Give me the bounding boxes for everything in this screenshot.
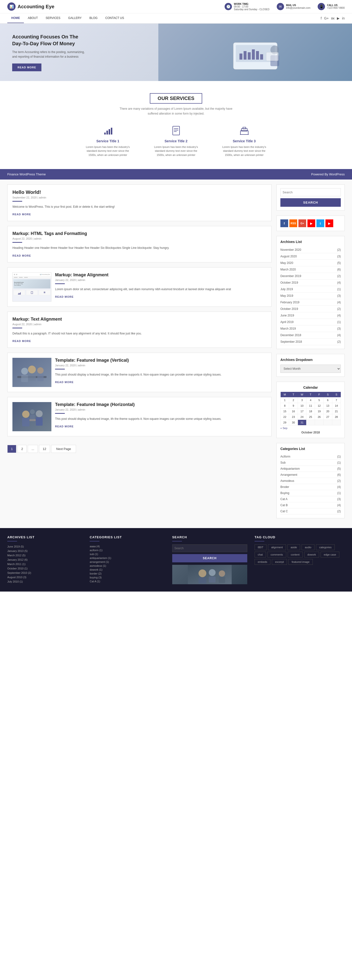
archive-list-item[interactable]: October 2019(2) (280, 306, 341, 312)
nav-blog[interactable]: BLOG (85, 13, 101, 23)
calendar-day[interactable]: 23 (289, 414, 298, 420)
calendar-day[interactable]: 21 (332, 409, 341, 414)
calendar-day[interactable]: 4 (306, 398, 315, 403)
calendar-day[interactable]: 8 (281, 403, 289, 409)
tag-item[interactable]: alignment (268, 544, 286, 550)
category-list-item[interactable]: Arrangement(6) (280, 472, 341, 478)
footer-search-input[interactable] (172, 544, 247, 552)
category-list-item[interactable]: Aciform(1) (280, 453, 341, 460)
page-12-button[interactable]: 12 (39, 445, 50, 453)
tag-item[interactable]: 8BIT (254, 544, 267, 550)
calendar-day[interactable]: 31 (298, 420, 306, 425)
social-googleplus-icon[interactable]: G+ (298, 220, 306, 227)
archive-list-item[interactable]: December 2018(4) (280, 332, 341, 339)
archive-list-item[interactable]: May 2020(5) (280, 260, 341, 266)
footer-archive-item[interactable]: August 2010 (3) (7, 575, 82, 579)
footer-category-item[interactable]: aciform (1) (90, 548, 165, 552)
archive-list-item[interactable]: October 2019(4) (280, 280, 341, 286)
tag-item[interactable]: chat (254, 552, 266, 557)
logo[interactable]: 📊 Accounting Eye (7, 2, 54, 11)
archive-list-item[interactable]: December 2019(2) (280, 273, 341, 280)
nav-youtube[interactable]: ▶ (337, 16, 339, 20)
footer-category-item[interactable]: buying (3) (90, 576, 165, 579)
page-2-button[interactable]: 2 (18, 445, 27, 453)
calendar-day[interactable]: 22 (281, 414, 289, 420)
calendar-day[interactable]: 27 (323, 414, 332, 420)
archive-list-item[interactable]: November 2020(2) (280, 247, 341, 253)
post-3-read-more[interactable]: READ MORE (55, 295, 74, 298)
footer-archive-item[interactable]: March 2011 (1) (7, 562, 82, 566)
calendar-day[interactable]: 28 (332, 414, 341, 420)
post-1-read-more[interactable]: READ MORE (13, 213, 31, 216)
tag-item[interactable]: dowork (304, 552, 319, 557)
social-youtube2-icon[interactable]: ▶ (325, 220, 333, 227)
archives-dropdown-select[interactable]: Select Month (280, 364, 341, 373)
archive-list-item[interactable]: April 2019(1) (280, 319, 341, 325)
category-list-item[interactable]: Cat C(2) (280, 508, 341, 514)
tag-item[interactable]: featured image (288, 559, 312, 565)
tag-item[interactable]: audio (302, 544, 315, 550)
nav-vk[interactable]: вк (331, 16, 335, 20)
archive-list-item[interactable]: July 2019(1) (280, 286, 341, 293)
category-list-item[interactable]: Antiquarianism(5) (280, 466, 341, 472)
calendar-day[interactable]: 30 (289, 420, 298, 425)
footer-category-item[interactable]: border (2) (90, 572, 165, 576)
sidebar-search-input[interactable] (280, 188, 341, 196)
footer-archive-item[interactable]: October 2010 (1) (7, 566, 82, 571)
calendar-day[interactable]: 19 (315, 409, 323, 414)
archive-list-item[interactable]: June 2019(4) (280, 312, 341, 319)
nav-services[interactable]: SERVICES (42, 13, 64, 23)
category-list-item[interactable]: Sub(1) (280, 460, 341, 466)
calendar-day[interactable]: 18 (306, 409, 315, 414)
footer-category-item[interactable]: antiquarianism (1) (90, 556, 165, 560)
category-list-item[interactable]: Broder(4) (280, 484, 341, 490)
calendar-day[interactable]: 12 (315, 403, 323, 409)
footer-archive-item[interactable]: March 2012 (5) (7, 553, 82, 557)
calendar-day[interactable]: 29 (281, 420, 289, 425)
calendar-day[interactable]: 5 (315, 398, 323, 403)
footer-search-button[interactable]: SEARCH (172, 554, 247, 562)
footer-category-item[interactable]: asmodeus (1) (90, 564, 165, 568)
footer-category-item[interactable]: arrangement (1) (90, 560, 165, 564)
next-page-button[interactable]: Next Page (51, 445, 76, 453)
footer-archive-item[interactable]: June 2019 (5) (7, 544, 82, 549)
calendar-day[interactable]: 25 (306, 414, 315, 420)
post-5-read-more[interactable]: READ MORE (55, 381, 74, 383)
social-facebook-icon[interactable]: f (280, 220, 288, 227)
calendar-day[interactable]: 17 (298, 409, 306, 414)
calendar-day[interactable]: 9 (289, 403, 298, 409)
page-1-button[interactable]: 1 (7, 445, 16, 453)
post-4-read-more[interactable]: READ MORE (13, 340, 31, 342)
archive-list-item[interactable]: February 2019(4) (280, 299, 341, 306)
calendar-prev-link[interactable]: « Sep (280, 426, 288, 430)
footer-archive-item[interactable]: January 2013 (5) (7, 549, 82, 553)
calendar-day[interactable]: 3 (298, 398, 306, 403)
footer-category-item[interactable]: Cat A (1) (90, 579, 165, 583)
calendar-day[interactable]: 1 (281, 398, 289, 403)
nav-home[interactable]: HOME (7, 13, 24, 23)
post-6-read-more[interactable]: READ MORE (55, 425, 74, 428)
category-list-item[interactable]: Cat B(4) (280, 502, 341, 508)
calendar-day[interactable]: 15 (281, 409, 289, 414)
calendar-day[interactable]: 6 (323, 398, 332, 403)
archive-list-item[interactable]: May 2019(3) (280, 293, 341, 299)
nav-about[interactable]: ABOUT (24, 13, 42, 23)
archive-list-item[interactable]: September 2018(2) (280, 339, 341, 345)
tag-item[interactable]: content (288, 552, 303, 557)
footer-archive-item[interactable]: January 2012 (6) (7, 557, 82, 562)
social-rss-icon[interactable]: RSS (290, 220, 297, 227)
archive-list-item[interactable]: August 2020(3) (280, 253, 341, 260)
tag-item[interactable]: comments (267, 552, 286, 557)
calendar-day[interactable]: 2 (289, 398, 298, 403)
sidebar-search-button[interactable]: SEARCH (280, 198, 341, 207)
calendar-day[interactable]: 20 (323, 409, 332, 414)
footer-archive-item[interactable]: September 2010 (2) (7, 571, 82, 575)
category-list-item[interactable]: Cat A(3) (280, 496, 341, 502)
category-list-item[interactable]: Buying(1) (280, 490, 341, 496)
nav-facebook[interactable]: f (321, 16, 322, 20)
tag-item[interactable]: embeds (254, 559, 270, 565)
calendar-day[interactable]: 26 (315, 414, 323, 420)
calendar-day[interactable]: 7 (332, 398, 341, 403)
calendar-day[interactable]: 14 (332, 403, 341, 409)
hero-read-more-button[interactable]: READ MORE (12, 64, 42, 71)
